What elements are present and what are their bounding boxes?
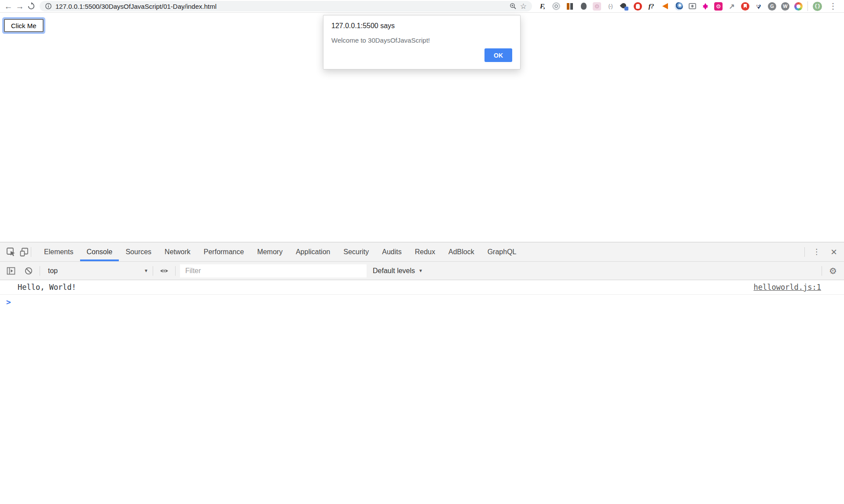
- graphql-extension-icon[interactable]: [701, 2, 709, 10]
- tabbar-right-divider: [804, 247, 805, 257]
- back-icon[interactable]: ←: [3, 0, 14, 12]
- toolbar-divider: [807, 1, 808, 11]
- device-toolbar-icon[interactable]: [18, 245, 31, 259]
- alert-title: 127.0.0.1:5500 says: [331, 22, 512, 30]
- reload-icon[interactable]: [26, 0, 37, 12]
- alert-dialog: 127.0.0.1:5500 says Welcome to 30DaysOfJ…: [323, 15, 521, 69]
- log-levels-label: Default levels: [373, 267, 415, 275]
- clear-console-icon[interactable]: [22, 264, 35, 278]
- lens-extension-icon[interactable]: [552, 2, 561, 11]
- tab-redux[interactable]: Redux: [408, 242, 442, 261]
- tab-elements[interactable]: Elements: [37, 242, 80, 261]
- blocks-extension-icon[interactable]: [565, 2, 574, 11]
- megaphone-extension-icon[interactable]: [661, 2, 669, 11]
- bookmark-extension-icon[interactable]: [741, 2, 749, 11]
- pink-gear-extension-icon[interactable]: ⚙: [714, 2, 723, 11]
- forward-icon[interactable]: →: [14, 0, 26, 12]
- json-viewer-extension-icon[interactable]: {}: [813, 2, 822, 11]
- tabbar-divider: [31, 247, 31, 257]
- alert-ok-button[interactable]: OK: [484, 48, 512, 62]
- devtools-close-icon[interactable]: ×: [828, 247, 840, 257]
- arrows-extension-icon[interactable]: ↗: [727, 2, 736, 11]
- tab-network[interactable]: Network: [158, 242, 197, 261]
- tab-console[interactable]: Console: [80, 242, 119, 261]
- log-levels-dropdown[interactable]: Default levels ▼: [373, 267, 423, 275]
- browser-menu-icon[interactable]: ⋮: [826, 1, 840, 11]
- live-expression-eye-icon[interactable]: [158, 264, 171, 278]
- console-settings-gear-icon[interactable]: ⚙: [826, 266, 840, 276]
- console-toolbar-divider: [40, 266, 40, 276]
- swirl-extension-icon[interactable]: [674, 2, 683, 11]
- bookmark-star-icon[interactable]: ☆: [520, 2, 527, 11]
- devtools-panel: Elements Console Sources Network Perform…: [0, 242, 844, 504]
- chevron-down-icon: ▼: [418, 268, 423, 273]
- console-sidebar-icon[interactable]: [4, 264, 18, 278]
- console-toolbar-divider: [153, 266, 153, 276]
- url-text[interactable]: 127.0.0.1:5500/30DaysOfJavaScript/01-Day…: [55, 3, 506, 10]
- console-prompt-row[interactable]: >: [0, 295, 844, 307]
- camera-extension-icon[interactable]: [688, 2, 697, 11]
- click-me-button[interactable]: Click Me: [4, 19, 44, 32]
- console-log-row: Hello, World! helloworld.js:1: [0, 280, 844, 295]
- console-source-link[interactable]: helloworld.js:1: [753, 283, 821, 292]
- tab-graphql[interactable]: GraphQL: [481, 242, 523, 261]
- console-toolbar-divider: [175, 266, 176, 276]
- tab-application[interactable]: Application: [289, 242, 337, 261]
- tab-security[interactable]: Security: [337, 242, 375, 261]
- eyedropper-extension-icon[interactable]: [620, 2, 628, 11]
- console-toolbar-divider: [822, 266, 822, 276]
- chevron-down-icon: ▼: [144, 268, 148, 273]
- g-circle-extension-icon[interactable]: G: [768, 2, 776, 11]
- console-toolbar: top ▼ Default levels ▼ ⚙: [0, 262, 844, 280]
- tab-sources[interactable]: Sources: [119, 242, 158, 261]
- browser-toolbar: ← → 127.0.0.1:5500/30DaysOfJavaScript/01…: [0, 0, 844, 13]
- color-ring-extension-icon[interactable]: [794, 2, 803, 11]
- tab-adblock[interactable]: AdBlock: [442, 242, 481, 261]
- page-info-icon[interactable]: [45, 3, 52, 10]
- f-question-extension-icon[interactable]: f?: [647, 2, 656, 11]
- zoom-icon[interactable]: [510, 3, 517, 10]
- console-log-message: Hello, World!: [18, 283, 76, 292]
- faded-gear-extension-icon[interactable]: ⚙: [593, 2, 601, 11]
- w-circle-extension-icon[interactable]: W: [781, 2, 789, 11]
- format-f-extension-icon[interactable]: F,: [538, 2, 547, 11]
- extensions-row: F, ⚙ (-) f? ⚙ ↗ ♥ G W {}: [535, 1, 826, 11]
- heart-search-extension-icon[interactable]: ♥: [754, 2, 763, 11]
- tab-performance[interactable]: Performance: [197, 242, 251, 261]
- bug-extension-icon[interactable]: [579, 2, 588, 11]
- tab-audits[interactable]: Audits: [375, 242, 408, 261]
- execution-context-label: top: [48, 267, 58, 275]
- alert-message: Welcome to 30DaysOfJavaScript!: [331, 37, 512, 44]
- console-filter-input[interactable]: [180, 264, 367, 278]
- devtools-tabs: Elements Console Sources Network Perform…: [37, 242, 523, 261]
- inspect-element-icon[interactable]: [4, 245, 18, 259]
- address-bar[interactable]: 127.0.0.1:5500/30DaysOfJavaScript/01-Day…: [40, 1, 532, 11]
- console-prompt-chevron-icon: >: [6, 297, 11, 307]
- devtools-tabbar: Elements Console Sources Network Perform…: [0, 242, 844, 262]
- tab-memory[interactable]: Memory: [250, 242, 289, 261]
- execution-context-dropdown[interactable]: top ▼: [44, 267, 148, 275]
- devtools-tabbar-right: ⋮ ×: [804, 247, 840, 257]
- stop-hand-extension-icon[interactable]: [633, 2, 642, 11]
- parens-extension-icon[interactable]: (-): [606, 2, 615, 11]
- devtools-menu-icon[interactable]: ⋮: [810, 247, 823, 256]
